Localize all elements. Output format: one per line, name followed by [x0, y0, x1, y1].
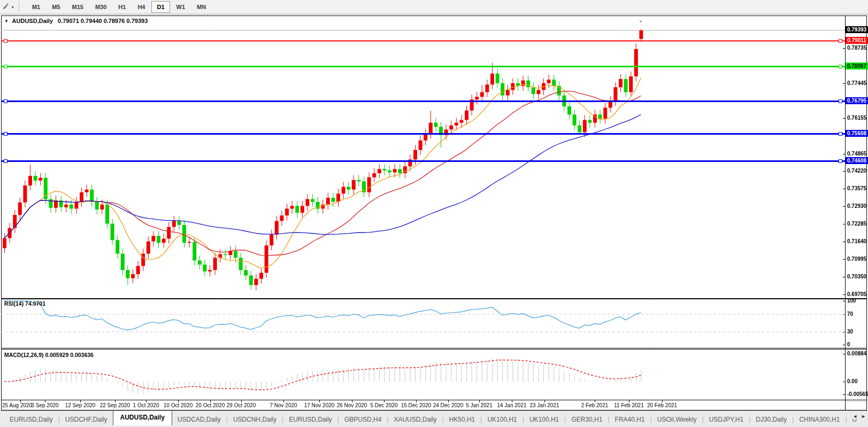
chart-tab-eurusd-daily[interactable]: EURUSD,Daily — [283, 413, 337, 426]
chart-title: ▼ AUDUSD,Daily 0.79071 0.79440 0.78976 0… — [4, 18, 148, 24]
tab-scroll-right-icon[interactable]: ► — [861, 414, 866, 419]
price-tag[interactable]: 0.79011 — [846, 37, 868, 44]
chart-tab-ger30-h1[interactable]: GER30,H1 — [566, 413, 608, 426]
date-axis-label: 12 Sep 2020 — [65, 402, 96, 408]
chart-tab-fra40-h1[interactable]: FRA40,H1 — [610, 413, 650, 426]
chart-menu-caret-icon[interactable]: ▼ — [4, 19, 9, 24]
date-axis-label: 1 Oct 2020 — [133, 402, 159, 408]
chart-symbol-label: AUDUSD,Daily — [12, 18, 53, 24]
date-axis-label: 20 Oct 2020 — [196, 402, 225, 408]
date-axis-label: 29 Oct 2020 — [227, 402, 256, 408]
chart-ohlc-values: 0.79071 0.79440 0.78976 0.79393 — [58, 18, 148, 24]
date-axis-label: 3 Sep 2020 — [31, 402, 58, 408]
date-axis-label: 15 Dec 2020 — [401, 402, 432, 408]
chart-tab-uk100-h1[interactable]: UK100,H1 — [482, 413, 522, 426]
timeframe-button-h1[interactable]: H1 — [113, 1, 131, 13]
timeframe-button-m1[interactable]: M1 — [27, 1, 45, 13]
timeframe-button-m5[interactable]: M5 — [47, 1, 65, 13]
timeframe-button-m30[interactable]: M30 — [90, 1, 112, 13]
macd-axis-tick: -0.005651 — [847, 391, 868, 397]
price-axis-tick: 0.72930 — [847, 203, 868, 209]
timeframe-button-mn[interactable]: MN — [191, 1, 211, 13]
toolbar-grip[interactable] — [19, 2, 22, 12]
price-tag[interactable]: 0.78067 — [846, 63, 868, 69]
chart-tab-usoil-weekly[interactable]: USOil,Weekly — [652, 413, 702, 426]
draw-tool-caret-icon[interactable]: ▼ — [11, 5, 14, 9]
date-axis-label: 14 Jan 2021 — [497, 402, 526, 408]
tab-scroll-arrows: ◄ ► — [849, 414, 866, 419]
price-axis-tick: 0.71640 — [847, 238, 868, 244]
date-axis-label: 25 Aug 2020 — [2, 402, 32, 408]
macd-axis-tick: 0.00884 — [847, 351, 866, 356]
rsi-label: RSI(14) 74.0701 — [4, 300, 45, 307]
date-axis-label: 7 Nov 2020 — [270, 402, 297, 408]
timeframe-button-m15[interactable]: M15 — [67, 1, 89, 13]
macd-label: MACD(12,26,9) 0.005929 0.003636 — [4, 352, 94, 358]
price-axis-tick: 0.69705 — [847, 291, 868, 297]
price-axis-tick: 0.70350 — [847, 274, 868, 280]
rsi-axis-tick: 70 — [847, 311, 853, 317]
price-axis-tick: 0.74865 — [847, 151, 868, 157]
chart-tab-xauusd-daily[interactable]: XAUUSD,Daily — [388, 413, 442, 426]
chart-tab-strip: EURUSD,Daily|USDCHF,DailyAUDUSD,DailyUSD… — [0, 410, 868, 427]
price-axis-tick: 0.73575 — [847, 185, 868, 191]
mt4-window: ▼ M1M5M15M30H1H4D1W1MN ▼ AUDUSD,Daily 0.… — [0, 0, 868, 427]
timeframe-toolbar: ▼ M1M5M15M30H1H4D1W1MN — [0, 0, 868, 14]
chart-tab-dj30-daily[interactable]: DJ30,Daily — [750, 413, 792, 426]
price-axis-tick: 0.72285 — [847, 221, 868, 227]
date-axis-label: 24 Dec 2020 — [433, 402, 464, 408]
chart-tab-usdchf-daily[interactable]: USDCHF,Daily — [60, 413, 113, 426]
chart-tab-usdjpy-h1[interactable]: USDJPY,H1 — [704, 413, 749, 426]
draw-tool-icon — [2, 2, 9, 12]
timeframe-buttons: M1M5M15M30H1H4D1W1MN — [26, 1, 212, 13]
date-axis-label: 5 Dec 2020 — [370, 402, 397, 408]
price-tag[interactable]: 0.79393 — [846, 26, 868, 33]
rsi-axis-tick: 100 — [847, 298, 856, 304]
price-axis-tick: 0.74220 — [847, 168, 868, 174]
price-tag[interactable]: 0.75608 — [846, 130, 868, 137]
last-bar-marker-icon: ▼ — [639, 19, 643, 24]
price-axis-tick: 0.70995 — [847, 256, 868, 262]
chart-tab-gbpusd-h4[interactable]: GBPUSD,H4 — [339, 413, 387, 426]
price-axis-tick: 0.76155 — [847, 115, 868, 121]
date-axis-label: 5 Jan 2021 — [466, 402, 493, 408]
tab-scroll-left-icon[interactable]: ◄ — [852, 414, 857, 419]
rsi-axis-tick: 0 — [847, 341, 850, 347]
date-axis-label: 2 Feb 2021 — [581, 402, 609, 408]
chart-tab-hk50-h1[interactable]: HK50,H1 — [444, 413, 481, 426]
chart-tab-uk100-h1[interactable]: UK100,H1 — [524, 413, 564, 426]
price-tag[interactable]: 0.76795 — [846, 97, 868, 104]
price-axis-tick: 0.77445 — [847, 80, 868, 86]
date-axis-label: 23 Jan 2021 — [529, 402, 559, 408]
date-axis-label: 10 Oct 2020 — [164, 402, 193, 408]
chart-tab-china300-h1[interactable]: CHINA300,H1 — [794, 413, 845, 426]
rsi-axis-tick: 30 — [847, 329, 853, 335]
chart-tab-usdcad-daily[interactable]: USDCAD,Daily — [172, 413, 226, 426]
date-axis-label: 22 Sep 2020 — [100, 402, 130, 408]
chart-tab-eurusd-daily[interactable]: EURUSD,Daily — [4, 413, 58, 426]
draw-tool-button[interactable]: ▼ — [0, 2, 17, 12]
chart-tab-usdcnh-daily[interactable]: USDCNH,Daily — [228, 413, 282, 426]
chart-tab-audusd-daily[interactable]: AUDUSD,Daily — [113, 410, 172, 425]
price-axis-tick: 0.78735 — [847, 45, 868, 51]
date-axis-label: 11 Feb 2021 — [614, 402, 643, 408]
price-tag[interactable]: 0.74608 — [846, 157, 868, 164]
timeframe-button-w1[interactable]: W1 — [171, 1, 191, 13]
macd-axis-tick: 0.00 — [847, 378, 857, 384]
timeframe-button-d1[interactable]: D1 — [151, 1, 170, 13]
timeframe-button-h4[interactable]: H4 — [132, 1, 150, 13]
date-axis-label: 26 Nov 2020 — [337, 402, 367, 408]
date-axis-label: 17 Nov 2020 — [304, 402, 335, 408]
chart-canvas[interactable] — [0, 0, 868, 427]
date-axis-label: 20 Feb 2021 — [647, 402, 677, 408]
